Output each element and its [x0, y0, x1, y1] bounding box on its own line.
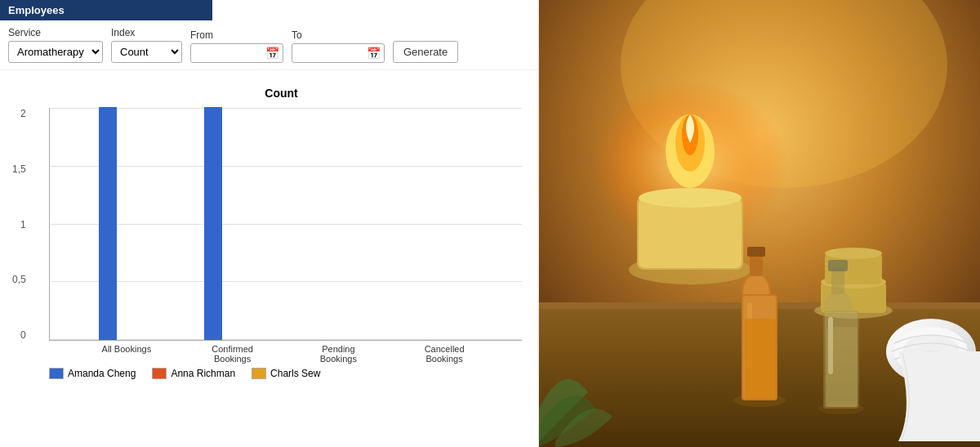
legend-color-amanda: [49, 368, 64, 379]
svg-rect-20: [750, 253, 763, 276]
to-date-wrap: 📅: [292, 43, 385, 63]
x-label-cancelled: CancelledBookings: [412, 344, 477, 364]
bar-confirmed-amanda: [204, 107, 222, 340]
x-axis-labels: All Bookings ConfirmedBookings PendingBo…: [49, 341, 522, 364]
from-date-wrap: 📅: [190, 43, 283, 63]
service-label: Service: [8, 27, 103, 38]
svg-rect-7: [639, 198, 742, 268]
controls-bar: Service Aromatherapy Massage Facial Mani…: [0, 20, 538, 70]
svg-point-16: [825, 248, 882, 259]
svg-rect-23: [745, 319, 776, 399]
legend-label-anna: Anna Richman: [171, 368, 235, 379]
bars-row-all: [99, 107, 156, 340]
from-label: From: [190, 29, 283, 41]
left-panel: Employees Service Aromatherapy Massage F…: [0, 0, 539, 447]
x-label-pending: PendingBookings: [305, 344, 371, 364]
y-label: 0: [20, 329, 26, 341]
x-label-confirmed: ConfirmedBookings: [200, 344, 265, 364]
y-label: 1: [20, 219, 26, 230]
y-label: 0,5: [12, 274, 26, 285]
index-label: Index: [111, 27, 182, 38]
y-label: 1,5: [12, 163, 26, 175]
legend-item-charls: Charls Sew: [252, 368, 320, 379]
to-date-input[interactable]: [296, 47, 365, 60]
service-select[interactable]: Aromatherapy Massage Facial Manicure: [8, 41, 103, 63]
to-control: To 📅: [292, 29, 385, 63]
bars-row-confirmed: [204, 107, 261, 340]
index-select[interactable]: Count Revenue Duration: [111, 41, 182, 63]
page-title: Employees: [0, 0, 212, 20]
from-calendar-icon[interactable]: 📅: [265, 47, 279, 60]
generate-button[interactable]: Generate: [393, 41, 458, 63]
legend-color-anna: [152, 368, 167, 379]
x-label-all: All Bookings: [94, 344, 159, 364]
to-calendar-icon[interactable]: 📅: [367, 47, 381, 60]
spa-illustration: [539, 0, 980, 447]
svg-rect-30: [826, 327, 858, 407]
to-label: To: [292, 29, 385, 41]
chart-wrapper: 2 1,5 1 0,5 0: [49, 108, 522, 361]
legend-item-anna: Anna Richman: [152, 368, 235, 379]
y-label: 2: [20, 108, 26, 119]
legend-item-amanda: Amanda Cheng: [49, 368, 136, 379]
chart-inner: [49, 108, 522, 341]
from-date-input[interactable]: [194, 47, 264, 60]
index-control: Index Count Revenue Duration: [111, 27, 182, 63]
legend-label-amanda: Amanda Cheng: [68, 368, 136, 379]
bars-container: [50, 108, 522, 340]
y-axis: 2 1,5 1 0,5 0: [12, 108, 26, 341]
bar-group-confirmed: [204, 107, 261, 340]
bar-group-all: [99, 107, 156, 340]
legend-color-charls: [252, 368, 266, 379]
svg-rect-29: [828, 260, 848, 271]
svg-rect-28: [831, 268, 844, 294]
chart-title: Count: [41, 87, 522, 100]
svg-point-8: [639, 188, 742, 208]
from-control: From 📅: [190, 29, 283, 63]
svg-rect-21: [747, 247, 765, 257]
right-panel: [539, 0, 980, 447]
chart-area: Count 2 1,5 1 0,5 0: [0, 70, 538, 447]
legend-label-charls: Charls Sew: [270, 368, 320, 379]
chart-legend: Amanda Cheng Anna Richman Charls Sew: [8, 361, 522, 379]
service-control: Service Aromatherapy Massage Facial Mani…: [8, 27, 103, 63]
bar-all-amanda: [99, 107, 117, 340]
